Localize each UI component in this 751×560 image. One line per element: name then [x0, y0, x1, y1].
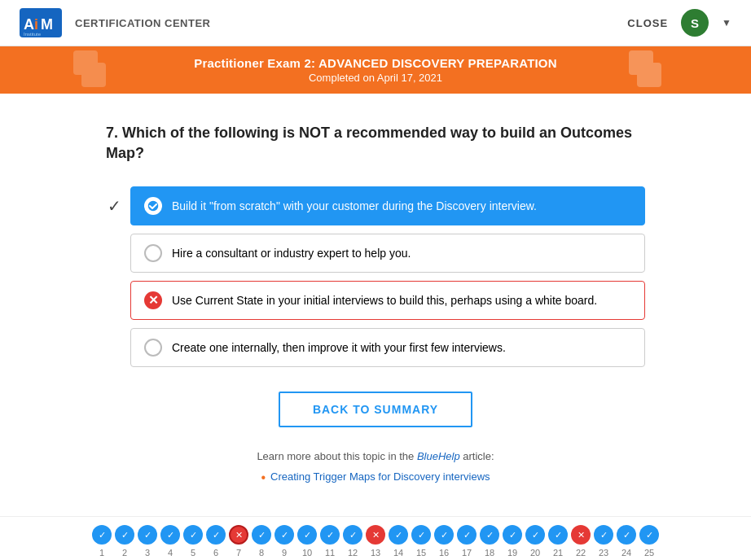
main-content: 7. Which of the following is NOT a recom…	[0, 94, 751, 516]
nav-dot-23[interactable]: ✓	[594, 525, 613, 545]
avatar[interactable]: S	[681, 9, 709, 37]
nav-dot-10[interactable]: ✓	[297, 525, 317, 545]
back-btn-wrap: BACK TO SUMMARY	[106, 392, 645, 427]
nav-num-14: 14	[389, 548, 408, 558]
back-to-summary-button[interactable]: BACK TO SUMMARY	[279, 392, 472, 427]
question-number: 7.	[106, 125, 118, 141]
header-right: CLOSE S ▼	[627, 9, 731, 37]
nav-num-3: 3	[138, 548, 157, 558]
svg-text:i: i	[34, 16, 38, 33]
nav-num-15: 15	[411, 548, 431, 558]
learn-more-suffix: article:	[460, 450, 494, 462]
svg-rect-6	[81, 63, 106, 87]
radio-circle-d	[144, 339, 162, 357]
nav-dot-15[interactable]: ✓	[411, 525, 431, 545]
nav-num-8: 8	[252, 548, 271, 558]
nav-num-21: 21	[548, 548, 568, 558]
nav-dot-4[interactable]: ✓	[160, 525, 180, 545]
question-text: 7. Which of the following is NOT a recom…	[106, 123, 645, 164]
nav-num-25: 25	[639, 548, 659, 558]
nav-dot-1[interactable]: ✓	[92, 525, 112, 545]
checkmark-a: ✓	[106, 196, 122, 216]
answer-text-a: Build it "from scratch" with your custom…	[172, 199, 537, 215]
answer-row-b: Hire a consultant or industry expert to …	[106, 234, 645, 273]
nav-dot-3[interactable]: ✓	[138, 525, 157, 545]
avatar-chevron-icon[interactable]: ▼	[722, 17, 731, 28]
answer-text-c: Use Current State in your initial interv…	[172, 293, 597, 309]
answer-option-b[interactable]: Hire a consultant or industry expert to …	[130, 234, 645, 273]
nav-num-9: 9	[274, 548, 294, 558]
nav-num-23: 23	[594, 548, 613, 558]
nav-num-1: 1	[92, 548, 112, 558]
nav-num-12: 12	[343, 548, 362, 558]
exam-banner: Practitioner Exam 2: ADVANCED DISCOVERY …	[0, 46, 751, 94]
nav-num-7: 7	[229, 548, 248, 558]
learn-more-link[interactable]: Creating Trigger Maps for Discovery inte…	[270, 470, 490, 485]
nav-dot-18[interactable]: ✓	[480, 525, 499, 545]
nav-dot-16[interactable]: ✓	[434, 525, 454, 545]
nav-dot-20[interactable]: ✓	[525, 525, 545, 545]
nav-dot-7[interactable]: ✕	[229, 525, 248, 545]
svg-rect-8	[637, 63, 661, 87]
nav-dot-2[interactable]: ✓	[115, 525, 134, 545]
correct-icon-a	[144, 197, 162, 215]
nav-dot-5[interactable]: ✓	[183, 525, 203, 545]
nav-num-16: 16	[434, 548, 454, 558]
answer-option-d[interactable]: Create one internally, then improve it w…	[130, 328, 645, 367]
nav-dot-11[interactable]: ✓	[320, 525, 340, 545]
answer-option-a[interactable]: Build it "from scratch" with your custom…	[130, 186, 645, 225]
nav-num-19: 19	[503, 548, 522, 558]
bluehelp-text: BlueHelp	[417, 450, 460, 462]
nav-dot-9[interactable]: ✓	[274, 525, 294, 545]
svg-text:Institute: Institute	[24, 32, 42, 37]
nav-num-5: 5	[183, 548, 203, 558]
answer-row-d: Create one internally, then improve it w…	[106, 328, 645, 367]
nav-dot-24[interactable]: ✓	[617, 525, 636, 545]
nav-dot-12[interactable]: ✓	[343, 525, 362, 545]
learn-more-link-row: • Creating Trigger Maps for Discovery in…	[106, 470, 645, 485]
nav-dot-14[interactable]: ✓	[389, 525, 408, 545]
nav-dot-19[interactable]: ✓	[503, 525, 522, 545]
nav-num-4: 4	[160, 548, 180, 558]
question-body: Which of the following is NOT a recommen…	[106, 125, 632, 161]
nav-dot-22[interactable]: ✕	[571, 525, 591, 545]
answer-row-a: ✓ Build it "from scratch" with your cust…	[106, 186, 645, 225]
nav-num-11: 11	[320, 548, 340, 558]
answer-text-d: Create one internally, then improve it w…	[172, 340, 506, 357]
answer-option-c[interactable]: ✕ Use Current State in your initial inte…	[130, 281, 645, 320]
nav-dot-8[interactable]: ✓	[252, 525, 271, 545]
nav-num-13: 13	[366, 548, 385, 558]
header-left: A i M Institute CERTIFICATION CENTER	[20, 8, 210, 37]
nav-num-20: 20	[525, 548, 545, 558]
nav-numbers: 1234567891011121314151617181920212223242…	[92, 548, 659, 558]
question-nav: ✓✓✓✓✓✓✕✓✓✓✓✓✕✓✓✓✓✓✓✓✓✕✓✓✓ 12345678910111…	[0, 516, 751, 560]
bullet-icon: •	[261, 470, 266, 485]
learn-more-section: Learn more about this topic in the BlueH…	[106, 450, 645, 462]
answer-text-b: Hire a consultant or industry expert to …	[172, 246, 411, 262]
nav-num-2: 2	[115, 548, 134, 558]
nav-num-24: 24	[617, 548, 636, 558]
nav-num-18: 18	[480, 548, 499, 558]
nav-num-10: 10	[297, 548, 317, 558]
radio-circle-b	[144, 244, 162, 262]
answer-row-c: ✕ Use Current State in your initial inte…	[106, 281, 645, 320]
nav-dot-6[interactable]: ✓	[206, 525, 226, 545]
wrong-icon-c: ✕	[144, 291, 162, 309]
aim-logo: A i M Institute	[20, 8, 62, 37]
nav-num-22: 22	[571, 548, 591, 558]
svg-text:M: M	[41, 16, 53, 33]
answers-list: ✓ Build it "from scratch" with your cust…	[106, 186, 645, 367]
cert-center-label: CERTIFICATION CENTER	[75, 17, 210, 29]
svg-text:A: A	[24, 16, 34, 33]
header: A i M Institute CERTIFICATION CENTER CLO…	[0, 0, 751, 46]
nav-dot-25[interactable]: ✓	[639, 525, 659, 545]
nav-dot-17[interactable]: ✓	[457, 525, 477, 545]
close-button[interactable]: CLOSE	[627, 17, 668, 29]
banner-deco-right	[621, 46, 686, 94]
learn-more-prefix: Learn more about this topic in the	[257, 450, 417, 462]
nav-num-6: 6	[206, 548, 226, 558]
nav-dot-21[interactable]: ✓	[548, 525, 568, 545]
nav-dot-13[interactable]: ✕	[366, 525, 385, 545]
nav-num-17: 17	[457, 548, 477, 558]
nav-dots: ✓✓✓✓✓✓✕✓✓✓✓✓✕✓✓✓✓✓✓✓✓✕✓✓✓	[92, 525, 659, 545]
